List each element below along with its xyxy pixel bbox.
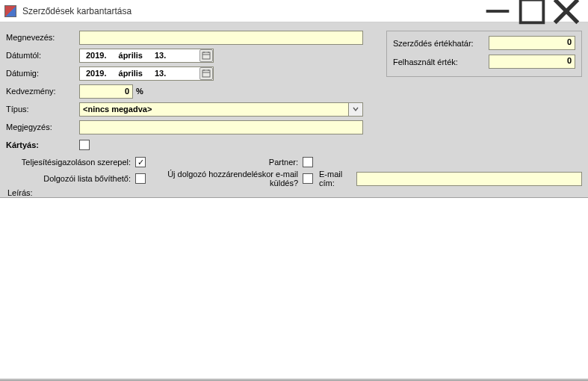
svg-rect-4 [202,52,210,59]
tipus-combo[interactable] [79,102,363,117]
teljesites-checkbox[interactable] [135,157,146,167]
form-area: Megnevezés: Dátumtól: 2019. április 13. … [0,22,588,197]
app-icon [4,5,16,17]
leiras-textarea[interactable] [0,197,588,380]
datumtol-label: Dátumtól: [6,51,79,60]
datumtol-day: 13. [149,51,172,60]
maximize-button[interactable] [515,0,549,22]
chevron-down-icon [352,105,359,113]
calendar-icon [202,51,211,60]
datumig-label: Dátumig: [6,69,79,78]
kartyas-label: Kártyás: [6,140,79,149]
leiras-label: Leírás: [6,188,582,197]
megnevezes-label: Megnevezés: [6,33,79,42]
kedvezmeny-unit: % [136,87,143,96]
megnevezes-input[interactable] [79,31,363,45]
datumtol-input[interactable]: 2019. április 13. [79,49,214,63]
emailcim-label: E-mail cím: [313,170,356,188]
tipus-value[interactable] [79,102,348,117]
datumtol-year: 2019. [80,51,113,60]
minimize-button[interactable] [480,0,515,22]
datumig-year: 2019. [80,69,113,78]
window-title: Szerződések karbantartása [22,6,480,16]
ujdolgozo-label: Új dolgozó hozzárendeléskor e-mail küldé… [146,170,303,188]
dolgozoi-checkbox[interactable] [135,173,146,184]
svg-rect-8 [202,70,210,77]
emailcim-input[interactable] [356,172,582,186]
teljesites-label: Teljesítésigazoláson szerepel: [6,158,135,167]
partner-label: Partner: [146,158,303,167]
datumig-input[interactable]: 2019. április 13. [79,66,214,81]
calendar-icon [202,69,211,78]
tipus-dropdown-button[interactable] [348,102,363,117]
tipus-label: Típus: [6,105,79,114]
dolgozoi-label: Dolgozói lista bővíthető: [6,174,135,183]
datumig-calendar-button[interactable] [199,67,213,80]
leiras-wrap [0,197,588,381]
partner-checkbox[interactable] [303,157,313,167]
datumtol-calendar-button[interactable] [199,49,213,62]
close-button[interactable] [549,0,584,22]
titlebar: Szerződések karbantartása [0,0,588,22]
megjegyzes-label: Megjegyzés: [6,123,79,131]
datumig-month: április [113,69,149,78]
kartyas-checkbox[interactable] [79,140,90,150]
kedvezmeny-input[interactable] [79,84,133,99]
ujdolgozo-checkbox[interactable] [303,173,313,184]
datumig-day: 13. [149,69,172,78]
datumtol-month: április [113,51,149,60]
svg-rect-1 [521,0,544,22]
kedvezmeny-label: Kedvezmény: [6,87,79,96]
megjegyzes-input[interactable] [79,120,363,134]
